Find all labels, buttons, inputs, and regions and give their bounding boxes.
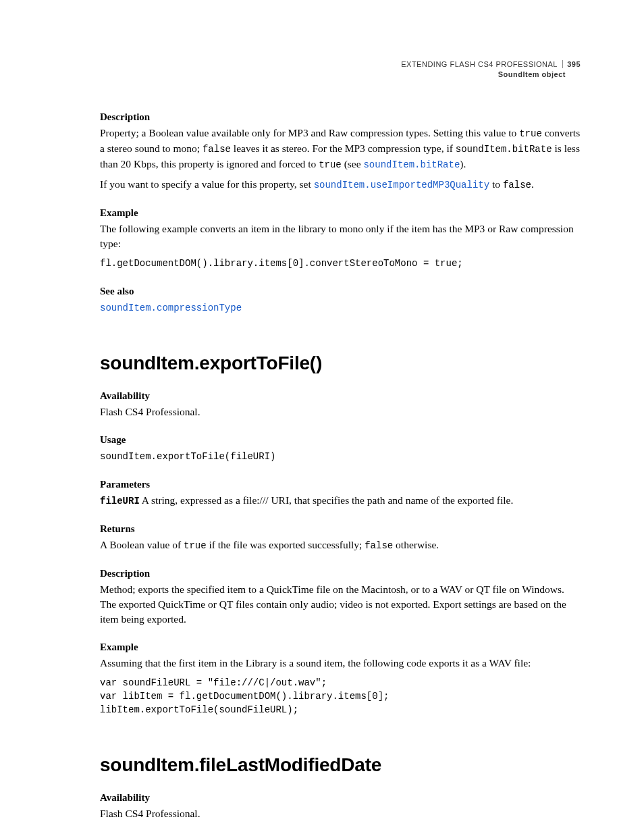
example-intro: Assuming that the first item in the Libr… (100, 656, 581, 671)
param-name: fileURI (100, 496, 140, 506)
entry-title-filelastmodifieddate: soundItem.fileLastModifiedDate (100, 754, 581, 776)
entry-title-exporttofile: soundItem.exportToFile() (100, 353, 581, 374)
heading-example: Example (100, 207, 581, 219)
availability-text: Flash CS4 Professional. (100, 806, 581, 821)
code-true: true (184, 540, 207, 551)
code-example-2: var soundFileURL = "file:///C|/out.wav";… (100, 676, 581, 717)
description-text: Method; exports the specified item to a … (100, 582, 581, 627)
code-false: false (203, 144, 231, 155)
usage-code: soundItem.exportToFile(fileURI) (100, 450, 581, 463)
section-title: SoundItem object (100, 70, 581, 80)
description-paragraph-1: Property; a Boolean value available only… (100, 126, 581, 172)
heading-description: Description (100, 568, 581, 579)
returns-text: A Boolean value of true if the file was … (100, 538, 581, 553)
parameter-fileuri: fileURI A string, expressed as a file://… (100, 493, 581, 509)
heading-returns: Returns (100, 523, 581, 535)
heading-availability: Availability (100, 390, 581, 402)
book-title: EXTENDING FLASH CS4 PROFESSIONAL (401, 60, 557, 68)
heading-parameters: Parameters (100, 479, 581, 490)
heading-description: Description (100, 111, 581, 123)
heading-usage: Usage (100, 434, 581, 446)
see-also-links: soundItem.compressionType (100, 300, 581, 315)
example-intro: The following example converts an item i… (100, 221, 581, 251)
code-false: false (365, 540, 393, 551)
link-compressiontype[interactable]: soundItem.compressionType (100, 303, 242, 313)
code-true: true (319, 159, 342, 170)
heading-example: Example (100, 642, 581, 653)
code-bitrate: soundItem.bitRate (456, 144, 552, 155)
heading-see-also: See also (100, 286, 581, 297)
link-useimportedmp3quality[interactable]: soundItem.useImportedMP3Quality (314, 180, 489, 190)
page-content: EXTENDING FLASH CS4 PROFESSIONAL 395 Sou… (0, 0, 644, 834)
link-sounditem-bitrate[interactable]: soundItem.bitRate (363, 159, 460, 170)
running-header: EXTENDING FLASH CS4 PROFESSIONAL 395 Sou… (100, 59, 581, 80)
heading-availability: Availability (100, 792, 581, 804)
code-true: true (519, 128, 542, 139)
description-paragraph-2: If you want to specify a value for this … (100, 177, 581, 192)
code-false: false (503, 180, 531, 190)
code-example-1: fl.getDocumentDOM().library.items[0].con… (100, 257, 581, 270)
page-number: 395 (562, 60, 581, 68)
availability-text: Flash CS4 Professional. (100, 405, 581, 419)
